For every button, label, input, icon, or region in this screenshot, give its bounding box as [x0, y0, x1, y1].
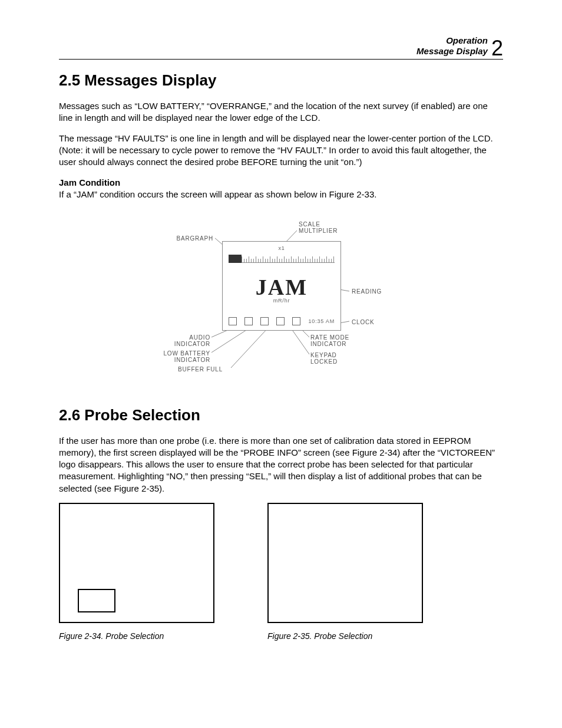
- header-text: Operation Message Display: [416, 35, 488, 57]
- header-line-1: Operation: [416, 35, 488, 46]
- figure-2-34-inner-box: [78, 589, 115, 612]
- low-battery-icon: [244, 317, 253, 325]
- callout-line: INDICATOR: [174, 341, 210, 347]
- chapter-number: 2: [491, 38, 503, 59]
- jam-reading-text: JAM: [256, 274, 308, 300]
- bargraph-track: [229, 255, 335, 263]
- callout-line: INDICATOR: [310, 341, 346, 347]
- figure-2-33: x1 JAM mR/hr 10:35 AM BARGRAPH: [59, 218, 503, 383]
- callout-reading: READING: [352, 288, 382, 295]
- jam-screen-diagram: x1 JAM mR/hr 10:35 AM BARGRAPH: [163, 218, 399, 383]
- callout-scale-multiplier: SCALE MULTIPLIER: [299, 221, 338, 234]
- subheading-jam-condition: Jam Condition: [59, 177, 503, 187]
- callout-line: MULTIPLIER: [299, 228, 338, 234]
- callout-buffer-full: BUFFER FULL: [178, 366, 223, 373]
- scale-multiplier-value: x1: [278, 245, 285, 251]
- page-header: Operation Message Display 2: [59, 35, 503, 60]
- audio-icon: [229, 317, 237, 325]
- bargraph-fill: [229, 255, 242, 263]
- paragraph: If a “JAM” condition occurs the screen w…: [59, 189, 503, 200]
- callout-line: LOCKED: [310, 358, 338, 365]
- section-heading-messages-display: 2.5 Messages Display: [59, 71, 503, 90]
- figure-2-35-box: [267, 503, 423, 623]
- reading-units: mR/hr: [273, 298, 290, 304]
- header-line-2: Message Display: [416, 46, 488, 57]
- svg-line-8: [231, 327, 269, 368]
- keypad-locked-icon: [276, 317, 285, 325]
- callout-line: INDICATOR: [174, 357, 210, 363]
- figure-2-34-caption: Figure 2-34. Probe Selection: [59, 631, 214, 641]
- bargraph-ticks: [242, 254, 335, 263]
- callout-audio-indicator: AUDIO INDICATOR: [157, 334, 210, 347]
- buffer-full-icon: [260, 317, 269, 325]
- callout-line: AUDIO: [189, 334, 210, 341]
- callout-line: RATE MODE: [310, 334, 349, 341]
- callout-low-battery-indicator: LOW BATTERY INDICATOR: [146, 350, 210, 363]
- page: Operation Message Display 2 2.5 Messages…: [0, 0, 562, 728]
- paragraph: Messages such as “LOW BATTERY,” “OVERRAN…: [59, 100, 503, 124]
- figures-row: Figure 2-34. Probe Selection Figure 2-35…: [59, 503, 503, 641]
- lcd-screen: x1 JAM mR/hr 10:35 AM: [222, 241, 341, 331]
- callout-clock: CLOCK: [352, 319, 374, 325]
- callout-line: LOW BATTERY: [163, 350, 210, 357]
- figure-2-34-box: [59, 503, 214, 623]
- figure-2-35: Figure 2-35. Probe Selection: [267, 503, 423, 641]
- section-heading-probe-selection: 2.6 Probe Selection: [59, 406, 503, 424]
- paragraph: The message “HV FAULTS” is one line in l…: [59, 133, 503, 169]
- callout-keypad-locked: KEYPAD LOCKED: [310, 352, 338, 365]
- svg-line-5: [290, 327, 309, 354]
- figure-2-34: Figure 2-34. Probe Selection: [59, 503, 214, 641]
- callout-line: SCALE: [299, 221, 320, 228]
- status-icon-row: 10:35 AM: [229, 317, 335, 325]
- rate-mode-icon: [292, 317, 300, 325]
- callout-line: KEYPAD: [310, 352, 337, 358]
- clock-value: 10:35 AM: [309, 318, 335, 324]
- figure-2-35-caption: Figure 2-35. Probe Selection: [267, 631, 423, 641]
- callout-rate-mode: RATE MODE INDICATOR: [310, 334, 349, 347]
- paragraph: If the user has more than one probe (i.e…: [59, 435, 503, 495]
- callout-bargraph: BARGRAPH: [157, 235, 213, 242]
